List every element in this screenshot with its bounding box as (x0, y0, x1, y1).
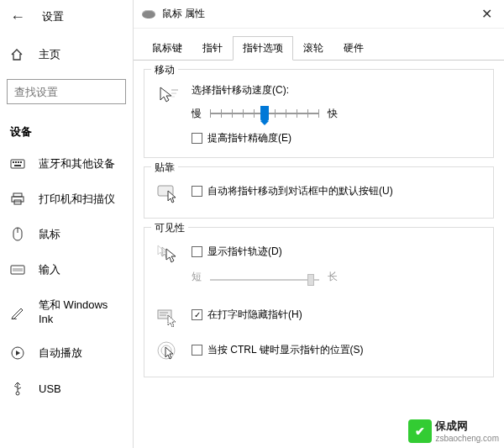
ctrl-locate-icon (155, 340, 183, 365)
svg-rect-3 (18, 161, 19, 163)
pointer-trails-icon (155, 241, 183, 266)
snap-to-label: 自动将指针移动到对话框中的默认按钮(U) (207, 184, 393, 198)
group-motion-title: 移动 (151, 63, 178, 77)
back-arrow-icon[interactable]: ← (10, 8, 25, 26)
pen-icon (10, 304, 25, 319)
svg-rect-0 (11, 160, 24, 168)
nav-mouse[interactable]: 鼠标 (0, 217, 133, 252)
pointer-trails-label: 显示指针轨迹(D) (207, 245, 282, 259)
home-icon (10, 48, 24, 61)
section-label: 设备 (0, 118, 133, 146)
pointer-speed-icon (155, 83, 183, 108)
nav-printers[interactable]: 打印机和扫描仪 (0, 182, 133, 217)
dialog-title: 鼠标 属性 (162, 7, 205, 21)
tab-pointers[interactable]: 指针 (192, 36, 233, 61)
nav-label: 蓝牙和其他设备 (39, 156, 115, 171)
tab-wheel[interactable]: 滚轮 (293, 36, 333, 61)
nav-usb[interactable]: USB (0, 371, 133, 406)
settings-sidebar: ← 设置 主页 设备 蓝牙和其他设备 打印机和扫描仪 鼠标 输入 笔和 Wind… (0, 0, 133, 448)
hide-typing-icon (155, 304, 183, 329)
svg-rect-2 (15, 161, 17, 163)
nav-autoplay[interactable]: 自动播放 (0, 335, 133, 371)
long-label: 长 (328, 270, 338, 284)
tab-pointer-options[interactable]: 指针选项 (233, 36, 293, 61)
enhance-precision-label: 提高指针精确度(E) (207, 131, 291, 145)
snap-to-icon (155, 181, 183, 206)
mouse-icon (10, 227, 25, 242)
watermark-badge-icon: ✔ (408, 419, 432, 443)
hide-typing-checkbox[interactable] (192, 309, 202, 320)
svg-point-14 (16, 392, 19, 395)
svg-rect-12 (13, 268, 23, 271)
tab-content: 移动 选择指针移动速度(C): 慢 快 (134, 69, 504, 377)
group-motion: 移动 选择指针移动速度(C): 慢 快 (144, 69, 494, 158)
close-icon[interactable]: ✕ (478, 6, 496, 22)
tab-buttons[interactable]: 鼠标键 (142, 36, 192, 61)
mouse-title-icon (142, 10, 155, 18)
printer-icon (10, 192, 25, 207)
pointer-speed-slider[interactable] (210, 104, 319, 123)
svg-rect-5 (14, 165, 21, 166)
fast-label: 快 (328, 107, 338, 121)
group-visibility-title: 可见性 (151, 221, 188, 235)
svg-rect-1 (13, 161, 14, 163)
group-snap: 贴靠 自动将指针移动到对话框中的默认按钮(U) (144, 166, 494, 219)
nav-label: 笔和 Windows Ink (39, 298, 123, 325)
home-label: 主页 (39, 47, 60, 62)
nav-bluetooth[interactable]: 蓝牙和其他设备 (0, 146, 133, 182)
settings-header: ← 设置 (0, 0, 133, 34)
slow-label: 慢 (192, 107, 202, 121)
ctrl-locate-checkbox[interactable] (192, 345, 202, 356)
enhance-precision-checkbox[interactable] (192, 133, 202, 144)
nav-label: 打印机和扫描仪 (39, 192, 115, 207)
typing-icon (10, 262, 25, 277)
tab-strip: 鼠标键 指针 指针选项 滚轮 硬件 (134, 29, 504, 61)
nav-label: USB (39, 382, 61, 395)
watermark-name: 保成网 (435, 419, 499, 434)
mouse-properties-dialog: 鼠标 属性 ✕ 鼠标键 指针 指针选项 滚轮 硬件 移动 选择指针移动速度(C)… (133, 0, 504, 448)
nav-label: 输入 (39, 262, 60, 277)
hide-typing-label: 在打字时隐藏指针(H) (207, 308, 302, 322)
group-snap-title: 贴靠 (151, 161, 178, 175)
nav-label: 自动播放 (39, 345, 82, 361)
nav-label: 鼠标 (39, 227, 60, 242)
keyboard-icon (10, 156, 25, 171)
dialog-titlebar: 鼠标 属性 ✕ (134, 0, 504, 29)
nav-typing[interactable]: 输入 (0, 252, 133, 287)
slider-thumb[interactable] (260, 106, 269, 121)
nav-pen[interactable]: 笔和 Windows Ink (0, 287, 133, 335)
short-label: 短 (192, 270, 202, 284)
tab-hardware[interactable]: 硬件 (333, 36, 374, 61)
svg-rect-7 (12, 197, 24, 202)
pointer-trails-checkbox[interactable] (192, 246, 202, 257)
pointer-speed-label: 选择指针移动速度(C): (192, 83, 483, 98)
svg-rect-6 (13, 193, 22, 197)
trail-length-slider (210, 271, 319, 287)
watermark-url: zsbaocheng.com (435, 434, 499, 443)
group-visibility: 可见性 显示指针轨迹(D) 短 (144, 227, 494, 377)
watermark: ✔ 保成网 zsbaocheng.com (408, 419, 499, 443)
settings-title: 设置 (42, 9, 64, 24)
snap-to-checkbox[interactable] (192, 186, 202, 197)
autoplay-icon (10, 345, 25, 361)
nav-home[interactable]: 主页 (0, 39, 133, 71)
search-input[interactable] (14, 86, 118, 98)
search-box[interactable] (7, 79, 126, 104)
ctrl-locate-label: 当按 CTRL 键时显示指针的位置(S) (207, 343, 364, 357)
usb-icon (10, 381, 25, 396)
svg-rect-4 (20, 161, 22, 163)
